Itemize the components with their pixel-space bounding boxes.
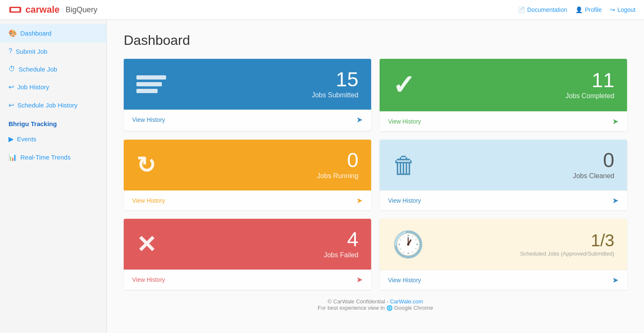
app-header: carwale BigQuery 📄 Documentation 👤 Profi… [0, 0, 644, 20]
jobs-completed-count: 11 [565, 70, 614, 91]
schedule-job-history-icon: ↩ [8, 101, 14, 109]
sidebar-item-job-history[interactable]: ↩ Job History [0, 78, 106, 96]
arrow-icon: ➤ [612, 275, 619, 285]
check-icon: ✓ [392, 69, 415, 101]
jobs-running-label: Jobs Running [317, 172, 358, 180]
carwale-link[interactable]: CarWale.com [390, 298, 423, 305]
page-footer: © CarWale Confidential - CarWale.com For… [124, 290, 627, 319]
view-history-label: View History [388, 277, 421, 283]
sidebar-item-submit-job[interactable]: ? Submit Job [0, 42, 106, 60]
jobs-failed-footer[interactable]: View History ➤ [124, 270, 371, 289]
jobs-running-count: 0 [317, 150, 358, 171]
main-layout: 🎨 Dashboard ? Submit Job ⏱ Schedule Job … [0, 20, 644, 333]
view-history-label: View History [132, 197, 165, 204]
main-content: Dashboard 15 Jobs Submitted View Hi [107, 20, 644, 333]
view-history-label: View History [388, 197, 421, 204]
trash-icon: 🗑 [392, 151, 416, 179]
bhrigu-section-title: Bhrigu Tracking [0, 114, 106, 130]
app-name: BigQuery [66, 6, 97, 14]
list-icon [136, 75, 166, 93]
sidebar-item-schedule-job-history[interactable]: ↩ Schedule Job History [0, 96, 106, 114]
card-jobs-completed: ✓ 11 Jobs Completed View History ➤ [380, 59, 627, 131]
header-brand: carwale BigQuery [8, 4, 97, 15]
arrow-icon: ➤ [356, 115, 363, 124]
submit-job-icon: ? [8, 47, 12, 55]
card-jobs-cleaned: 🗑 0 Jobs Cleaned View History ➤ [380, 140, 627, 210]
arrow-icon: ➤ [356, 196, 363, 205]
logout-link[interactable]: ↪ Logout [610, 6, 636, 13]
view-history-label: View History [132, 116, 165, 123]
jobs-submitted-footer[interactable]: View History ➤ [124, 110, 371, 129]
jobs-cleaned-footer[interactable]: View History ➤ [380, 190, 627, 210]
sidebar-item-events[interactable]: ▶ Events [0, 130, 106, 148]
jobs-cleaned-count: 0 [573, 150, 614, 171]
card-jobs-failed: ✕ 4 Jobs Failed View History ➤ [124, 219, 371, 290]
scheduled-jobs-count: 1/3 [520, 232, 614, 249]
sidebar-item-dashboard[interactable]: 🎨 Dashboard [0, 24, 106, 42]
job-history-icon: ↩ [8, 83, 14, 91]
jobs-submitted-count: 15 [312, 69, 358, 90]
jobs-failed-label: Jobs Failed [324, 251, 358, 259]
dashboard-cards: 15 Jobs Submitted View History ➤ ✓ 11 Jo… [124, 59, 627, 290]
doc-icon: 📄 [518, 6, 525, 13]
card-jobs-running: ↻ 0 Jobs Running View History ➤ [124, 140, 371, 210]
chrome-notice: For best experience view in [318, 305, 385, 311]
brand-name: carwale [25, 4, 60, 15]
header-nav: 📄 Documentation 👤 Profile ↪ Logout [518, 6, 636, 13]
jobs-cleaned-label: Jobs Cleaned [573, 172, 614, 180]
times-icon: ✕ [136, 231, 156, 258]
clock-icon: 🕐 [392, 229, 424, 259]
scheduled-jobs-footer[interactable]: View History ➤ [380, 270, 627, 290]
profile-icon: 👤 [575, 6, 583, 13]
logout-icon: ↪ [610, 6, 615, 13]
sidebar: 🎨 Dashboard ? Submit Job ⏱ Schedule Job … [0, 20, 107, 333]
chrome-icon: 🌐 [386, 305, 393, 311]
svg-rect-1 [11, 8, 19, 11]
schedule-job-icon: ⏱ [8, 65, 15, 73]
view-history-label: View History [388, 118, 421, 125]
jobs-submitted-label: Jobs Submitted [312, 91, 358, 99]
arrow-icon: ➤ [612, 196, 619, 205]
jobs-running-footer[interactable]: View History ➤ [124, 190, 371, 210]
card-jobs-submitted: 15 Jobs Submitted View History ➤ [124, 59, 371, 131]
jobs-failed-count: 4 [324, 229, 358, 250]
page-title: Dashboard [124, 33, 627, 48]
jobs-completed-footer[interactable]: View History ➤ [380, 111, 627, 131]
dashboard-icon: 🎨 [8, 29, 17, 37]
documentation-link[interactable]: 📄 Documentation [518, 6, 567, 13]
view-history-label: View History [132, 276, 165, 283]
trends-icon: 📊 [8, 153, 17, 161]
arrow-icon: ➤ [612, 117, 619, 126]
copyright-text: © CarWale Confidential - [328, 298, 390, 305]
profile-link[interactable]: 👤 Profile [575, 6, 602, 13]
arrow-icon: ➤ [356, 275, 363, 284]
sync-icon: ↻ [136, 152, 155, 179]
carwale-logo-icon [8, 5, 22, 14]
jobs-completed-label: Jobs Completed [565, 92, 614, 100]
sidebar-item-schedule-job[interactable]: ⏱ Schedule Job [0, 60, 106, 78]
chrome-text: Google Chrome [394, 305, 433, 311]
card-scheduled-jobs: 🕐 1/3 Scheduled Jobs (Approved/Submitted… [380, 219, 627, 290]
scheduled-jobs-label: Scheduled Jobs (Approved/Submitted) [520, 250, 614, 257]
events-icon: ▶ [8, 135, 14, 143]
sidebar-item-real-time-trends[interactable]: 📊 Real-Time Trends [0, 148, 106, 166]
